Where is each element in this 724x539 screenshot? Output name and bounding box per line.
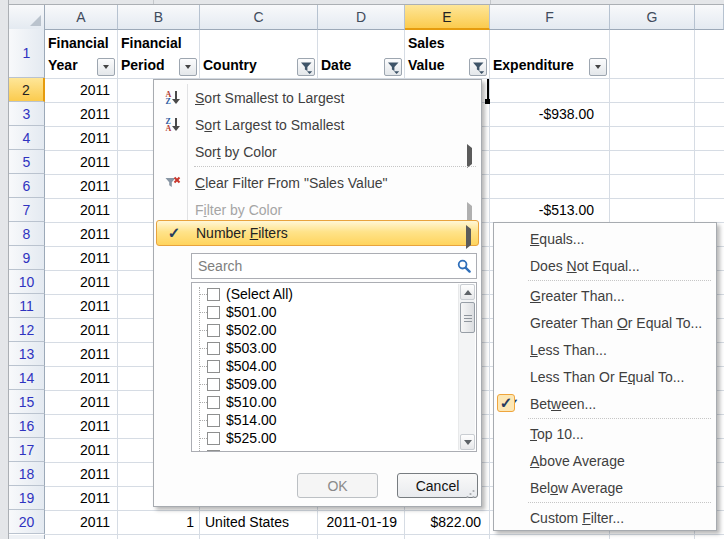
cell-A12[interactable]: 2011 xyxy=(45,319,114,342)
row-header-3[interactable]: 3 xyxy=(9,102,45,126)
cell-C20[interactable]: United States xyxy=(200,511,318,534)
column-header-partial[interactable] xyxy=(695,5,724,30)
menu-item-custom-filter[interactable]: Custom Filter... xyxy=(496,504,714,531)
row-header-6[interactable]: 6 xyxy=(9,174,45,198)
filter-button-financial-year[interactable] xyxy=(97,58,115,76)
column-header-B[interactable]: B xyxy=(118,5,200,30)
row-header-15[interactable]: 15 xyxy=(9,390,45,414)
checkbox[interactable] xyxy=(207,324,220,337)
row-header-10[interactable]: 10 xyxy=(9,270,45,294)
search-input[interactable] xyxy=(194,256,454,276)
row-header-1[interactable]: 1 xyxy=(9,29,45,78)
scroll-down-button[interactable] xyxy=(460,434,475,450)
checkbox[interactable] xyxy=(207,396,220,409)
menu-item-does-not-equal[interactable]: Does Not Equal... xyxy=(496,252,714,279)
cell-A15[interactable]: 2011 xyxy=(45,391,114,414)
checkbox[interactable] xyxy=(207,414,220,427)
row-header-9[interactable]: 9 xyxy=(9,246,45,270)
list-item-504-00[interactable]: $504.00 xyxy=(192,357,458,375)
list-item-502-00[interactable]: $502.00 xyxy=(192,321,458,339)
menu-item-above-average[interactable]: Above Average xyxy=(496,447,714,474)
checkbox[interactable] xyxy=(207,432,220,445)
checkbox[interactable] xyxy=(207,378,220,391)
row-header-16[interactable]: 16 xyxy=(9,414,45,438)
menu-item-sort-largest-to-smallest[interactable]: ZASort Largest to Smallest xyxy=(156,111,479,138)
menu-item-clear-filter-from-sales-value[interactable]: Clear Filter From "Sales Value" xyxy=(156,169,479,196)
cell-E20[interactable]: $822.00 xyxy=(405,511,486,534)
list-item-select-all[interactable]: (Select All) xyxy=(192,285,458,303)
filter-button-expenditure[interactable] xyxy=(589,58,607,76)
cell-A19[interactable]: 2011 xyxy=(45,487,114,510)
menu-item-below-average[interactable]: Below Average xyxy=(496,474,714,501)
list-item-525-00[interactable]: $525.00 xyxy=(192,429,458,447)
cell-A11[interactable]: 2011 xyxy=(45,295,114,318)
list-item-514-00[interactable]: $514.00 xyxy=(192,411,458,429)
menu-item-less-than-or-equal-to[interactable]: Less Than Or Equal To... xyxy=(496,363,714,390)
cell-B20[interactable]: 1 xyxy=(118,511,197,534)
cell-A9[interactable]: 2011 xyxy=(45,247,114,270)
row-header-19[interactable]: 19 xyxy=(9,486,45,510)
menu-item-sort-smallest-to-largest[interactable]: AZSort Smallest to Largest xyxy=(156,84,479,111)
menu-item-top-10[interactable]: Top 10... xyxy=(496,420,714,447)
row-header-5[interactable]: 5 xyxy=(9,150,45,174)
checkbox[interactable] xyxy=(207,360,220,373)
menu-item-sort-by-color[interactable]: Sort by Color xyxy=(156,138,479,165)
cell-A16[interactable]: 2011 xyxy=(45,415,114,438)
filter-button-date[interactable] xyxy=(384,58,402,76)
row-header-2[interactable]: 2 xyxy=(9,78,45,102)
cell-A8[interactable]: 2011 xyxy=(45,223,114,246)
row-header-7[interactable]: 7 xyxy=(9,198,45,222)
list-scrollbar[interactable] xyxy=(458,284,475,450)
cell-A18[interactable]: 2011 xyxy=(45,463,114,486)
cell-A17[interactable]: 2011 xyxy=(45,439,114,462)
column-header-G[interactable]: G xyxy=(610,5,695,30)
filter-button-financial-period[interactable] xyxy=(179,58,197,76)
cell-F3[interactable]: -$938.00 xyxy=(490,103,602,126)
scroll-up-button[interactable] xyxy=(460,284,475,300)
cell-A2[interactable]: 2011 xyxy=(45,79,114,102)
list-item-partial[interactable] xyxy=(192,447,458,452)
menu-item-number-filters[interactable]: ✓Number Filters xyxy=(156,220,479,246)
row-header-11[interactable]: 11 xyxy=(9,294,45,318)
row-header-12[interactable]: 12 xyxy=(9,318,45,342)
fill-handle[interactable] xyxy=(485,99,490,104)
checkbox[interactable] xyxy=(207,342,220,355)
search-icon[interactable] xyxy=(457,259,471,277)
filter-button-country[interactable] xyxy=(297,58,315,76)
filter-button-sales-value[interactable] xyxy=(469,58,487,76)
row-header-14[interactable]: 14 xyxy=(9,366,45,390)
list-item-501-00[interactable]: $501.00 xyxy=(192,303,458,321)
column-header-A[interactable]: A xyxy=(45,5,118,30)
cell-A7[interactable]: 2011 xyxy=(45,199,114,222)
column-header-C[interactable]: C xyxy=(200,5,318,30)
cell-A14[interactable]: 2011 xyxy=(45,367,114,390)
column-header-D[interactable]: D xyxy=(318,5,405,30)
cell-A5[interactable]: 2011 xyxy=(45,151,114,174)
select-all-corner[interactable] xyxy=(9,5,45,30)
menu-item-greater-than-or-equal-to[interactable]: Greater Than Or Equal To... xyxy=(496,309,714,336)
column-header-E[interactable]: E xyxy=(405,5,490,30)
row-header-4[interactable]: 4 xyxy=(9,126,45,150)
list-item-509-00[interactable]: $509.00 xyxy=(192,375,458,393)
row-header-8[interactable]: 8 xyxy=(9,222,45,246)
cell-F7[interactable]: -$513.00 xyxy=(490,199,602,222)
row-header-13[interactable]: 13 xyxy=(9,342,45,366)
cell-A13[interactable]: 2011 xyxy=(45,343,114,366)
row-header-18[interactable]: 18 xyxy=(9,462,45,486)
checkbox[interactable] xyxy=(207,306,220,319)
row-header-20[interactable]: 20 xyxy=(9,510,45,534)
cell-A10[interactable]: 2011 xyxy=(45,271,114,294)
cell-D20[interactable]: 2011-01-19 xyxy=(318,511,401,534)
resize-grip[interactable] xyxy=(463,486,476,504)
cell-A4[interactable]: 2011 xyxy=(45,127,114,150)
menu-item-between[interactable]: ✓Between... xyxy=(496,390,714,417)
row-header-17[interactable]: 17 xyxy=(9,438,45,462)
menu-item-less-than[interactable]: Less Than... xyxy=(496,336,714,363)
column-header-F[interactable]: F xyxy=(490,5,610,30)
menu-item-greater-than[interactable]: Greater Than... xyxy=(496,282,714,309)
scroll-thumb[interactable] xyxy=(460,302,475,333)
menu-item-equals[interactable]: Equals... xyxy=(496,225,714,252)
list-item-510-00[interactable]: $510.00 xyxy=(192,393,458,411)
cell-A20[interactable]: 2011 xyxy=(45,511,114,534)
checkbox[interactable] xyxy=(207,450,220,453)
